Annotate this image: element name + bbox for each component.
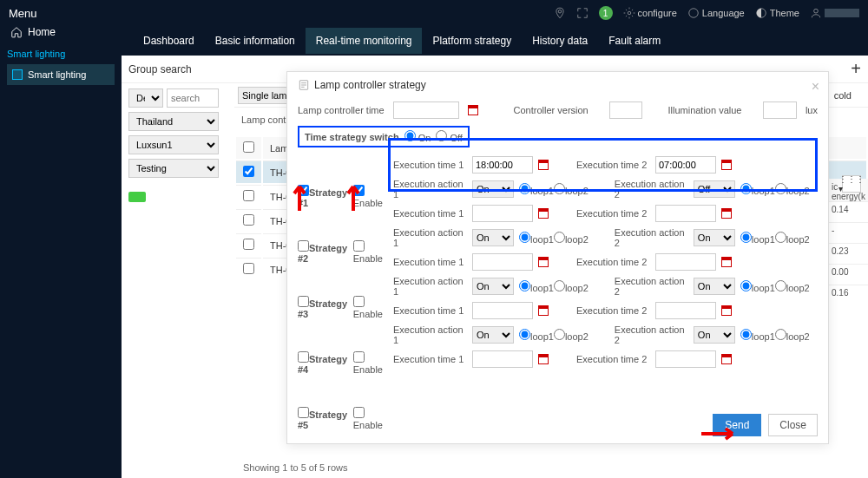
- exec-action1-select-4[interactable]: On: [472, 326, 514, 344]
- filters: Devi Thailand Luxsun1 Testing: [122, 83, 226, 207]
- exec-action1-select-1[interactable]: On: [472, 180, 514, 198]
- calendar-icon[interactable]: [466, 103, 479, 117]
- calendar-icon[interactable]: [720, 255, 733, 269]
- strategy-2-checkbox[interactable]: Strategy #2: [298, 240, 352, 264]
- brand-select[interactable]: Luxsun1: [128, 135, 219, 154]
- add-group-button[interactable]: +: [851, 59, 861, 79]
- calendar-icon[interactable]: [536, 206, 550, 220]
- send-button[interactable]: Send: [713, 414, 761, 436]
- main-nav: Dashboard Basic information Real-time mo…: [0, 26, 868, 56]
- illumination-input[interactable]: [763, 101, 796, 119]
- calendar-icon[interactable]: [536, 304, 550, 318]
- strategy-4-enable[interactable]: Enable: [353, 351, 388, 375]
- exec-action1-select-2[interactable]: On: [472, 229, 514, 246]
- exec-time2-input-3[interactable]: [655, 253, 716, 271]
- menu-label[interactable]: Menu: [9, 7, 37, 20]
- sidebar-section: Smart lighting: [7, 43, 115, 64]
- strategy-2-enable[interactable]: Enable: [353, 240, 388, 264]
- switch-off[interactable]: Off: [436, 130, 463, 143]
- sidebar-item-smart-lighting[interactable]: Smart lighting: [7, 64, 115, 85]
- exec-time1-input-5[interactable]: [472, 350, 533, 368]
- calendar-icon[interactable]: [720, 304, 733, 318]
- calendar-icon[interactable]: [720, 352, 733, 366]
- lamp-time-label: Lamp controller time: [298, 105, 385, 115]
- strategy-modal: × Lamp controller strategy Lamp controll…: [286, 71, 829, 444]
- row-checkbox[interactable]: [243, 239, 254, 250]
- exec-time1-input-2[interactable]: [472, 205, 533, 222]
- exec-action2-select-3[interactable]: On: [694, 278, 735, 295]
- calendar-icon[interactable]: [536, 158, 550, 172]
- grid-view-button[interactable]: ⋮⋮⋮ ▾: [842, 175, 861, 193]
- exec-time2-input-5[interactable]: [655, 350, 716, 368]
- exec-action1-select-3[interactable]: On: [472, 278, 514, 295]
- exec-time1-input-3[interactable]: [472, 253, 533, 271]
- svg-point-0: [628, 11, 631, 15]
- tab-platform-strategy[interactable]: Platform strategy: [422, 28, 522, 54]
- controller-version-label: Controller version: [514, 105, 601, 115]
- user-icon[interactable]: [810, 7, 859, 19]
- strategy-5-enable[interactable]: Enable: [353, 407, 388, 430]
- exec-action2-select-4[interactable]: On: [694, 326, 735, 344]
- strategy-1-checkbox[interactable]: Strategy #1: [298, 185, 352, 208]
- modal-title: Lamp controller strategy: [314, 79, 426, 91]
- switch-on[interactable]: On: [404, 130, 431, 143]
- tab-dashboard[interactable]: Dashboard: [133, 28, 205, 54]
- tab-fault-alarm[interactable]: Fault alarm: [598, 28, 671, 54]
- calendar-icon[interactable]: [536, 352, 550, 366]
- colortemp-value: cold: [834, 90, 852, 101]
- close-button[interactable]: Close: [768, 414, 818, 436]
- select-all-checkbox[interactable]: [243, 141, 254, 153]
- exec-time2-input-2[interactable]: [655, 205, 716, 222]
- modal-header: Lamp controller strategy: [287, 72, 828, 98]
- device-select[interactable]: Devi: [128, 88, 163, 108]
- location-icon[interactable]: [554, 7, 566, 19]
- calendar-icon[interactable]: [720, 206, 733, 220]
- top-header: Menu 1 configure Language Theme: [0, 0, 868, 26]
- exec-time1-input-1[interactable]: [472, 156, 533, 174]
- strategy-5-checkbox[interactable]: Strategy #5: [298, 407, 352, 430]
- lamp-icon: [12, 69, 23, 80]
- language-link[interactable]: Language: [687, 7, 745, 19]
- tab-history-data[interactable]: History data: [522, 28, 598, 54]
- close-icon[interactable]: ×: [812, 79, 819, 95]
- lamp-time-input[interactable]: [393, 101, 459, 119]
- calendar-icon[interactable]: [536, 255, 550, 269]
- row-checkbox[interactable]: [243, 263, 254, 274]
- row-checkbox[interactable]: [243, 190, 254, 201]
- notif-badge[interactable]: 1: [599, 6, 613, 20]
- right-table-fragment: ic energy(k 0.14 - 0.23 0.00 0.16: [828, 179, 868, 305]
- strategy-4-checkbox[interactable]: Strategy #4: [298, 351, 352, 375]
- exec-action2-select-1[interactable]: Off: [694, 180, 735, 198]
- calendar-icon[interactable]: [720, 158, 733, 172]
- strategy-3-enable[interactable]: Enable: [353, 296, 388, 319]
- mode-select[interactable]: Testing: [128, 159, 219, 178]
- exec-time2-input-1[interactable]: [655, 156, 716, 174]
- exec-time2-input-4[interactable]: [655, 302, 716, 319]
- strategy-3-checkbox[interactable]: Strategy #3: [298, 296, 352, 319]
- tab-basic-info[interactable]: Basic information: [205, 28, 306, 54]
- tree-item-icon[interactable]: [128, 192, 146, 202]
- tab-realtime-monitoring[interactable]: Real-time monitoring: [306, 28, 423, 54]
- controller-version-input[interactable]: [609, 101, 642, 119]
- group-search-label: Group search: [128, 63, 192, 75]
- illumination-label: Illumination value: [667, 105, 754, 115]
- search-input[interactable]: [167, 88, 219, 108]
- configure-link[interactable]: configure: [623, 7, 677, 19]
- lux-label: lux: [806, 105, 818, 115]
- row-checkbox[interactable]: [243, 166, 254, 177]
- pagination-info: Showing 1 to 5 of 5 rows: [243, 462, 347, 473]
- sidebar: Home Smart lighting Smart lighting: [0, 56, 122, 478]
- svg-point-1: [689, 9, 699, 18]
- expand-icon[interactable]: [576, 7, 589, 19]
- country-select[interactable]: Thailand: [128, 112, 219, 131]
- svg-point-3: [814, 9, 819, 13]
- sidebar-home[interactable]: Home: [7, 21, 115, 43]
- strategy-1-enable[interactable]: Enable: [353, 185, 388, 208]
- row-checkbox[interactable]: [243, 214, 254, 226]
- exec-action2-select-2[interactable]: On: [694, 229, 735, 246]
- exec-time1-input-4[interactable]: [472, 302, 533, 319]
- theme-link[interactable]: Theme: [755, 7, 799, 19]
- time-strategy-switch: Time strategy switch On Off: [298, 126, 470, 147]
